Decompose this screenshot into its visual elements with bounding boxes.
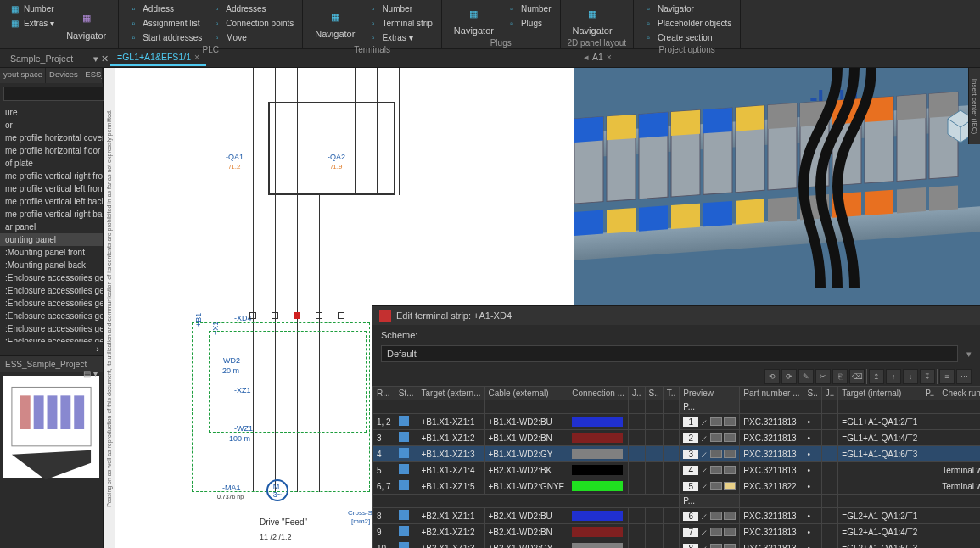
tree-item[interactable]: ure	[0, 106, 103, 119]
navigator-button[interactable]: ▦Navigator	[61, 2, 111, 47]
nav-search-input[interactable]	[3, 87, 116, 101]
tree-item[interactable]: me profile vertical right bac	[0, 208, 103, 221]
page-number: 11 /2 /1.2	[260, 533, 292, 541]
chevron-right-icon[interactable]: ›	[96, 344, 99, 354]
ribbon-number[interactable]: ▫Number	[504, 2, 553, 15]
toolbar-button[interactable]: ⎘	[832, 369, 848, 384]
grid-header[interactable]: Preview	[680, 387, 740, 400]
ribbon-placeholder-objects[interactable]: ▫Placeholder objects	[641, 16, 733, 30]
dialog-toolbar: ⟲⟳✎✂⎘⌫↥↑↓↧≡⋯	[372, 367, 980, 386]
tree-item[interactable]: :Mounting panel back	[0, 259, 103, 271]
tree-item[interactable]: :Enclosure accessories gene	[0, 322, 103, 335]
ribbon-addresses[interactable]: ▫Addresses	[209, 2, 295, 15]
tree-item[interactable]: ar panel	[0, 221, 103, 233]
ribbon-move[interactable]: ▫Move	[209, 31, 295, 44]
toolbar-button[interactable]: ≡	[939, 369, 955, 384]
tree-item[interactable]: :Enclosure accessories gene	[0, 297, 103, 310]
wd2-label: -WD2	[221, 356, 240, 365]
tree-item[interactable]: :Enclosure accessories gene	[0, 284, 103, 297]
svg-rect-7	[574, 117, 603, 143]
ribbon-number[interactable]: ▫Number	[365, 2, 434, 15]
ma1-label: -MA1	[222, 484, 241, 492]
table-row[interactable]: 8+B2.X1-XZ1:1+B2.X1-WD2:BU6⟋PXC.3211813•…	[373, 508, 981, 524]
toolbar-button[interactable]: ⟲	[764, 369, 780, 384]
ribbon-number[interactable]: ▦Number	[7, 2, 56, 15]
ribbon-extras-[interactable]: ▫Extras ▾	[365, 31, 434, 44]
grid-header[interactable]: Target (extern...	[417, 387, 484, 400]
insert-center-tab[interactable]: Insert center (IEC)	[968, 68, 980, 144]
dropdown-icon[interactable]: ▾	[966, 349, 972, 360]
grid-header[interactable]: J..	[821, 387, 838, 400]
table-row[interactable]: 9+B2.X1-XZ1:2+B2.X1-WD2:BN7⟋PXC.3211813•…	[373, 524, 981, 540]
toolbar-button[interactable]: ⌫	[849, 369, 865, 384]
toolbar-button[interactable]: ✎	[798, 369, 814, 384]
tree-item[interactable]: me profile vertical left front	[0, 182, 103, 195]
project-tab[interactable]: Sample_Project ▾ ✕	[3, 51, 115, 66]
table-row[interactable]: 10+B2.X1-XZ1:3+B2.X1-WD2:GY8⟋PXC.3211813…	[373, 540, 981, 549]
navigator-button[interactable]: ▦Navigator	[568, 2, 618, 37]
close-icon[interactable]: ×	[194, 52, 199, 62]
ribbon-start-addresses[interactable]: ▫Start addresses	[126, 31, 204, 44]
grid-header[interactable]: Target (internal)	[838, 387, 921, 400]
b1-label: +B1	[194, 313, 203, 327]
ma1-hp: 0.7376 hp	[217, 494, 244, 500]
ribbon-address[interactable]: ▫Address	[126, 2, 204, 15]
scheme-select[interactable]: Default	[381, 345, 958, 362]
toolbar-button[interactable]	[866, 369, 867, 384]
tree-item[interactable]: me profile horizontal floor	[0, 144, 103, 157]
ribbon-terminal-strip[interactable]: ▫Terminal strip	[365, 16, 434, 30]
toolbar-button[interactable]: ↑	[886, 369, 901, 384]
toolbar-button[interactable]: ⟳	[781, 369, 797, 384]
tree-item[interactable]: :Mounting panel front	[0, 246, 103, 259]
close-icon[interactable]: ×	[607, 52, 612, 62]
tree-item[interactable]: :Enclosure accessories gene	[0, 271, 103, 284]
svg-rect-5	[74, 395, 84, 429]
grid-header[interactable]: Cable (external)	[484, 387, 568, 400]
nav-tab[interactable]: yout space -	[0, 68, 46, 83]
tree-item[interactable]: ounting panel	[0, 233, 103, 246]
table-row[interactable]: 4+B1.X1-XZ1:3+B1.X1-WD2:GY3⟋PXC.3211813•…	[373, 446, 981, 462]
ribbon-create-section[interactable]: ▫Create section	[641, 31, 733, 44]
grid-header[interactable]: S..	[645, 387, 663, 400]
terminal-grid[interactable]: R...St...Target (extern...Cable (externa…	[372, 386, 980, 548]
grid-header[interactable]: Check run: Message text	[938, 387, 980, 400]
toolbar-button[interactable]	[937, 369, 938, 384]
table-row[interactable]: 1, 2+B1.X1-XZ1:1+B1.X1-WD2:BU1⟋PXC.32118…	[373, 414, 981, 430]
doc-tab-gl1[interactable]: =GL1+A1&EFS1/1 ×	[110, 49, 206, 66]
tree-item[interactable]: or	[0, 119, 103, 131]
navigator-button[interactable]: ▦Navigator	[449, 2, 499, 37]
nav-tab[interactable]: Devices - ESS_	[46, 68, 103, 83]
table-row[interactable]: 6, 7+B1.X1-XZ1:5+B1.X1-WD2:GNYE5⟋PXC.321…	[373, 478, 981, 495]
toolbar-button[interactable]: ↥	[869, 369, 884, 384]
toolbar-button[interactable]: ↓	[903, 369, 918, 384]
grid-header[interactable]: J..	[629, 387, 646, 400]
toolbar-button[interactable]: ⋯	[956, 369, 972, 384]
ribbon-assignment-list[interactable]: ▫Assignment list	[126, 16, 204, 30]
grid-header[interactable]: St...	[395, 387, 417, 400]
ribbon-navigator[interactable]: ▫Navigator	[641, 2, 733, 15]
table-row[interactable]: P...	[373, 495, 981, 508]
tree-item[interactable]: me profile horizontal cover	[0, 131, 103, 144]
grid-header[interactable]: T..	[663, 387, 680, 400]
tree-item[interactable]: :Enclosure accessories gene	[0, 335, 103, 342]
nav-tabs: yout space -Devices - ESS_	[0, 68, 103, 83]
doc-tab-a1[interactable]: ◂ A1 ×	[577, 49, 619, 64]
toolbar-button[interactable]: ✂	[815, 369, 831, 384]
ribbon-connection-points[interactable]: ▫Connection points	[209, 16, 295, 30]
ribbon-plugs[interactable]: ▫Plugs	[504, 16, 553, 30]
tree-item[interactable]: :Enclosure accessories gene	[0, 310, 103, 322]
svg-rect-41	[929, 185, 958, 210]
table-row[interactable]: 3+B1.X1-XZ1:2+B1.X1-WD2:BN2⟋PXC.3211813•…	[373, 430, 981, 446]
tree-item[interactable]: of plate	[0, 157, 103, 170]
tree-item[interactable]: me profile vertical right fron	[0, 170, 103, 182]
navigator-button[interactable]: ▦Navigator	[310, 2, 360, 44]
tree-item[interactable]: me profile vertical left back	[0, 195, 103, 208]
grid-header[interactable]: Part number ...	[740, 387, 804, 400]
grid-header[interactable]: R...	[373, 387, 395, 400]
grid-header[interactable]: Connection ...	[568, 387, 629, 400]
grid-header[interactable]: S..	[804, 387, 821, 400]
ribbon-extras-[interactable]: ▦Extras ▾	[7, 16, 56, 30]
grid-header[interactable]: P..	[921, 387, 938, 400]
table-row[interactable]: 5+B1.X1-XZ1:4+B2.X1-WD2:BK4⟋PXC.3211813•…	[373, 462, 981, 478]
toolbar-button[interactable]: ↧	[920, 369, 935, 384]
